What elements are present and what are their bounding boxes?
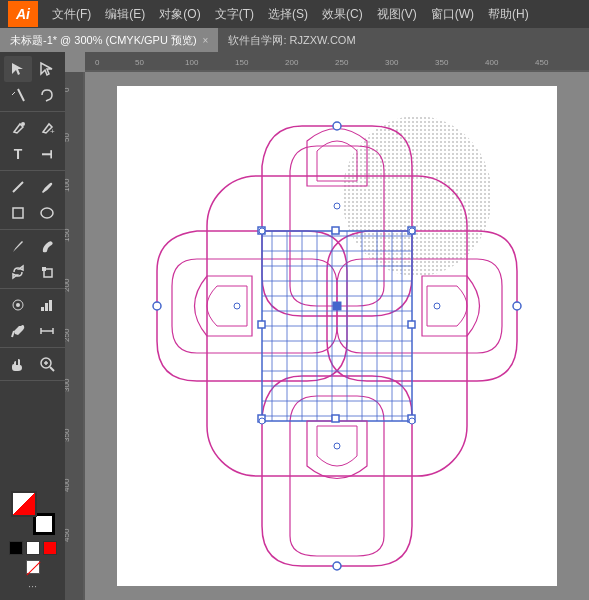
svg-text:50: 50: [65, 133, 71, 142]
pencil-tool[interactable]: [33, 174, 61, 200]
more-tools[interactable]: ···: [28, 580, 37, 592]
svg-rect-15: [49, 300, 52, 311]
menu-select[interactable]: 选择(S): [262, 4, 314, 25]
svg-text:300: 300: [65, 378, 71, 392]
svg-line-3: [12, 92, 15, 95]
red-swatch[interactable]: [43, 541, 57, 555]
rotate-tool[interactable]: [4, 259, 32, 285]
svg-line-16: [12, 331, 14, 337]
ellipse-tool[interactable]: [33, 200, 61, 226]
tool-group-blend: [0, 292, 65, 348]
blob-brush-tool[interactable]: [33, 233, 61, 259]
magic-wand-tool[interactable]: [4, 82, 32, 108]
menu-window[interactable]: 窗口(W): [425, 4, 480, 25]
black-swatch[interactable]: [9, 541, 23, 555]
canvas-document: [117, 86, 557, 586]
main-layout: + T T: [0, 52, 589, 600]
select-tool[interactable]: [4, 56, 32, 82]
menu-bar: 文件(F) 编辑(E) 对象(O) 文字(T) 选择(S) 效果(C) 视图(V…: [46, 4, 535, 25]
rect-tool[interactable]: [4, 200, 32, 226]
lasso-tool[interactable]: [33, 82, 61, 108]
svg-rect-77: [258, 321, 265, 328]
menu-effect[interactable]: 效果(C): [316, 4, 369, 25]
svg-text:350: 350: [435, 58, 449, 67]
pen-tool[interactable]: [4, 115, 32, 141]
vertical-type-tool[interactable]: T: [33, 141, 61, 167]
svg-text:450: 450: [535, 58, 549, 67]
menu-edit[interactable]: 编辑(E): [99, 4, 151, 25]
none-swatch[interactable]: [26, 560, 40, 574]
tool-group-brush: [0, 233, 65, 289]
eyedropper-tool[interactable]: [4, 318, 32, 344]
scale-tool[interactable]: [33, 259, 61, 285]
svg-rect-75: [333, 302, 341, 310]
tool-group-pen: + T T: [0, 115, 65, 171]
svg-text:400: 400: [65, 478, 71, 492]
column-graph-tool[interactable]: [33, 292, 61, 318]
title-bar: Ai 文件(F) 编辑(E) 对象(O) 文字(T) 选择(S) 效果(C) 视…: [0, 0, 589, 28]
svg-point-84: [333, 122, 341, 130]
svg-point-86: [153, 302, 161, 310]
svg-line-6: [13, 182, 23, 192]
tab-other[interactable]: 软件自学网: RJZXW.COM: [218, 28, 365, 52]
measure-tool[interactable]: [33, 318, 61, 344]
svg-point-87: [513, 302, 521, 310]
tab-bar: 未标题-1* @ 300% (CMYK/GPU 预览) × 软件自学网: RJZ…: [0, 28, 589, 52]
menu-help[interactable]: 帮助(H): [482, 4, 535, 25]
tool-group-shape: [0, 174, 65, 230]
small-swatches: [9, 541, 57, 555]
svg-text:100: 100: [185, 58, 199, 67]
svg-rect-80: [332, 415, 339, 422]
svg-text:350: 350: [65, 428, 71, 442]
svg-point-91: [409, 418, 415, 424]
svg-text:250: 250: [335, 58, 349, 67]
svg-point-12: [16, 303, 20, 307]
svg-point-85: [333, 562, 341, 570]
tab-active[interactable]: 未标题-1* @ 300% (CMYK/GPU 预览) ×: [0, 28, 218, 52]
ruler-left: 0 50 100 150 200 250 300 350 400 450: [65, 72, 85, 600]
svg-text:100: 100: [65, 178, 71, 192]
fill-swatch[interactable]: [11, 491, 37, 517]
tab-close-button[interactable]: ×: [203, 35, 209, 46]
svg-text:400: 400: [485, 58, 499, 67]
svg-text:150: 150: [65, 228, 71, 242]
white-swatch[interactable]: [26, 541, 40, 555]
svg-point-94: [234, 303, 240, 309]
svg-point-92: [334, 203, 340, 209]
hand-tool[interactable]: [4, 351, 32, 377]
svg-point-90: [259, 418, 265, 424]
svg-rect-79: [332, 227, 339, 234]
brush-tool[interactable]: [4, 233, 32, 259]
direct-select-tool[interactable]: [33, 56, 61, 82]
tab-title: 未标题-1* @ 300% (CMYK/GPU 预览): [10, 33, 197, 48]
svg-text:200: 200: [285, 58, 299, 67]
svg-point-89: [409, 228, 415, 234]
svg-point-4: [21, 122, 25, 126]
svg-text:150: 150: [235, 58, 249, 67]
ruler-top: 0 50 100 150 200 250 300 350 400 450: [85, 52, 589, 72]
svg-marker-1: [41, 63, 52, 75]
app-logo: Ai: [8, 1, 38, 27]
menu-view[interactable]: 视图(V): [371, 4, 423, 25]
canvas-area[interactable]: 0 50 100 150 200 250 300 350 400 450 0 5…: [65, 52, 589, 600]
line-tool[interactable]: [4, 174, 32, 200]
add-anchor-tool[interactable]: +: [33, 115, 61, 141]
menu-file[interactable]: 文件(F): [46, 4, 97, 25]
type-tool[interactable]: T: [4, 141, 32, 167]
svg-point-95: [434, 303, 440, 309]
svg-rect-7: [13, 208, 23, 218]
svg-marker-0: [12, 63, 23, 75]
svg-point-8: [41, 208, 53, 218]
menu-type[interactable]: 文字(T): [209, 4, 260, 25]
zoom-tool[interactable]: [33, 351, 61, 377]
tool-group-selection: [0, 56, 65, 112]
svg-rect-82: [408, 321, 415, 328]
svg-rect-13: [41, 307, 44, 311]
symbol-tool[interactable]: [4, 292, 32, 318]
canvas-work[interactable]: [85, 72, 589, 600]
color-section: ···: [0, 487, 65, 596]
svg-text:300: 300: [385, 58, 399, 67]
svg-point-93: [334, 443, 340, 449]
menu-object[interactable]: 对象(O): [153, 4, 206, 25]
artwork: [117, 86, 557, 586]
